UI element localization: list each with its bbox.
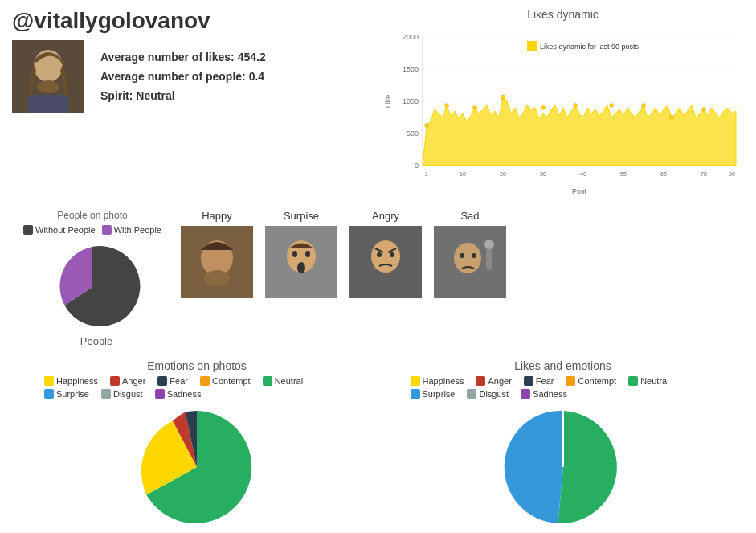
likes-chart-title: Likes dynamic — [527, 8, 599, 21]
anger-legend: Anger — [110, 376, 145, 386]
surprise-label: Surpise — [284, 210, 319, 222]
likes-emotions-pie — [499, 403, 627, 531]
le-anger-legend: Anger — [476, 376, 511, 386]
photo-surprise: Surpise — [265, 210, 337, 298]
emotions-legend: Happiness Anger Fear Contempt Neutral — [44, 376, 349, 399]
le-surprise-legend: Surprise — [411, 389, 456, 399]
without-people-color — [23, 225, 33, 235]
neutral-label: Neutral — [275, 376, 303, 386]
svg-point-54 — [472, 253, 476, 258]
fear-label: Fear — [170, 376, 188, 386]
happy-photo — [181, 226, 253, 298]
middle-row: People on photo Without People With Peop… — [12, 210, 744, 347]
svg-point-23 — [501, 95, 505, 100]
svg-text:1: 1 — [425, 171, 428, 177]
sadness-color — [155, 389, 165, 399]
sad-photo — [434, 226, 506, 298]
disgust-color — [101, 389, 111, 399]
svg-text:30: 30 — [540, 171, 546, 177]
le-happiness-color — [411, 376, 420, 386]
profile-row: Average number of likes: 454.2 Average n… — [12, 40, 382, 113]
stats: Average number of likes: 454.2 Average n… — [100, 51, 266, 102]
svg-point-26 — [609, 104, 613, 108]
anger-color — [110, 376, 120, 386]
angry-label: Angry — [372, 210, 399, 222]
emotions-section: Emotions on photos Happiness Anger Fear … — [12, 359, 382, 531]
likes-chart-area: Likes dynamic 0 500 1000 1500 2000 — [382, 8, 744, 202]
le-neutral-label: Neutral — [640, 376, 668, 386]
contempt-color — [200, 376, 210, 386]
svg-point-52 — [454, 243, 481, 273]
le-contempt-label: Contempt — [578, 376, 616, 386]
le-neutral-color — [628, 376, 638, 386]
avg-likes: Average number of likes: 454.2 — [100, 51, 266, 64]
people-section: People on photo Without People With Peop… — [12, 210, 173, 347]
svg-text:90: 90 — [729, 171, 735, 177]
svg-rect-3 — [28, 95, 68, 113]
avg-people: Average number of people: 0.4 — [100, 70, 266, 83]
svg-point-41 — [204, 270, 230, 286]
svg-point-21 — [444, 104, 448, 108]
fear-legend: Fear — [157, 376, 188, 386]
people-on-photo-title: People on photo — [57, 210, 127, 221]
svg-text:Like: Like — [384, 95, 392, 109]
people-legend: Without People With People — [23, 225, 161, 235]
le-happiness-label: Happiness — [423, 376, 464, 386]
svg-point-48 — [371, 240, 400, 273]
svg-text:0: 0 — [414, 162, 418, 170]
happiness-color — [44, 376, 54, 386]
surprise-legend: Surprise — [44, 389, 89, 399]
svg-point-50 — [390, 252, 394, 257]
svg-text:40: 40 — [580, 171, 586, 177]
emotions-title: Emotions on photos — [147, 359, 247, 372]
svg-text:1000: 1000 — [402, 97, 418, 105]
svg-point-20 — [424, 124, 428, 128]
le-happiness-legend: Happiness — [411, 376, 464, 386]
disgust-legend: Disgust — [101, 389, 143, 399]
svg-rect-55 — [486, 246, 492, 270]
svg-point-25 — [573, 104, 577, 108]
username: @vitallygolovanov — [12, 8, 382, 34]
happiness-legend: Happiness — [44, 376, 98, 386]
svg-text:10: 10 — [460, 171, 466, 177]
svg-text:78: 78 — [701, 171, 707, 177]
disgust-label: Disgust — [113, 389, 143, 399]
surprise-color — [44, 389, 54, 399]
svg-text:65: 65 — [660, 171, 667, 177]
svg-text:20: 20 — [500, 171, 506, 177]
svg-text:55: 55 — [620, 171, 627, 177]
sadness-legend: Sadness — [155, 389, 202, 399]
with-people-label: With People — [114, 225, 161, 235]
le-disgust-label: Disgust — [479, 389, 509, 399]
svg-point-27 — [641, 104, 645, 108]
photo-examples: Happy Surpise — [173, 210, 744, 298]
neutral-color — [263, 376, 272, 386]
svg-point-22 — [472, 106, 476, 110]
svg-rect-17 — [527, 41, 537, 51]
svg-point-28 — [669, 116, 673, 120]
people-count: People — [80, 335, 112, 347]
contempt-label: Contempt — [212, 376, 251, 386]
le-fear-legend: Fear — [524, 376, 554, 386]
likes-emotions-section: Likes and emotions Happiness Anger Fear … — [382, 359, 744, 531]
svg-text:500: 500 — [406, 129, 418, 137]
le-disgust-legend: Disgust — [467, 389, 509, 399]
svg-point-44 — [292, 251, 297, 257]
people-pie — [44, 239, 141, 335]
le-surprise-label: Surprise — [423, 389, 456, 399]
surprise-photo — [265, 226, 337, 298]
le-surprise-color — [411, 389, 420, 399]
spirit: Spirit: Neutral — [100, 89, 266, 102]
le-contempt-legend: Contempt — [566, 376, 616, 386]
le-anger-color — [476, 376, 485, 386]
with-people-color — [102, 225, 112, 235]
svg-marker-19 — [423, 97, 736, 166]
photo-happy: Happy — [181, 210, 253, 298]
fear-color — [157, 376, 167, 386]
neutral-legend: Neutral — [263, 376, 303, 386]
svg-text:2000: 2000 — [402, 33, 418, 41]
svg-point-46 — [297, 262, 305, 273]
le-sadness-color — [521, 389, 530, 399]
likes-emotions-title: Likes and emotions — [514, 359, 611, 372]
le-sadness-label: Sadness — [533, 389, 567, 399]
